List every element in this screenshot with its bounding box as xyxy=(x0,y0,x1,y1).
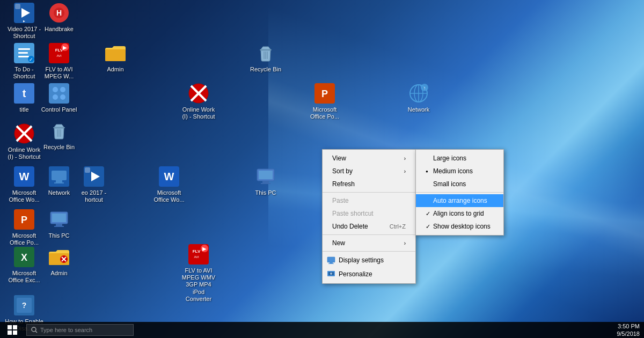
desktop-icon-this-pc2[interactable]: This PC xyxy=(38,207,80,241)
desktop-icon-network-top[interactable]: ↑ Network xyxy=(397,80,440,115)
svg-rect-61 xyxy=(259,171,273,179)
svg-rect-57 xyxy=(85,167,90,173)
desktop-icon-area: ▶ Video 2017 - Shortcut H Handbrake ✓ xyxy=(0,0,311,338)
start-button[interactable] xyxy=(0,322,24,338)
desktop-icon-handbrake[interactable]: H Handbrake xyxy=(38,0,80,35)
svg-text:P: P xyxy=(21,215,27,225)
menu-item-paste-shortcut[interactable]: Paste shortcut xyxy=(323,207,415,220)
svg-rect-2 xyxy=(15,4,20,9)
menu-separator-1 xyxy=(323,192,415,193)
submenu-auto-arrange[interactable]: Auto arrange icons xyxy=(416,194,503,207)
svg-text:X: X xyxy=(21,252,27,263)
svg-rect-26 xyxy=(49,83,69,104)
desktop-icon-flv-mpeg[interactable]: FLV AVI ▶ FLV to AVI MPEG W... xyxy=(38,40,80,82)
svg-text:FLV: FLV xyxy=(193,249,201,254)
desktop-icon-video2[interactable]: eo 2017 - hortcut xyxy=(72,164,115,205)
svg-point-94 xyxy=(32,327,36,332)
svg-text:✓: ✓ xyxy=(29,57,33,62)
context-menu-view-submenu: Large icons ● Medium icons Small icons A… xyxy=(415,149,504,236)
svg-text:W: W xyxy=(164,171,174,182)
svg-point-27 xyxy=(53,87,58,92)
desktop-icon-flv2[interactable]: FLV AVI ▶ FLV to AVI MPEG WMV 3GP MP4 iP… xyxy=(177,241,220,305)
svg-rect-93 xyxy=(13,330,17,335)
svg-point-28 xyxy=(60,87,65,92)
svg-text:t: t xyxy=(23,87,26,99)
svg-point-30 xyxy=(60,94,65,100)
desktop-icon-controlpanel[interactable]: Control Panel xyxy=(38,80,80,115)
context-menu: View › Sort by › Refresh Paste Paste sho… xyxy=(322,149,416,284)
svg-text:H: H xyxy=(56,9,62,17)
svg-text:▶: ▶ xyxy=(202,246,207,252)
submenu-separator xyxy=(416,192,503,193)
svg-rect-86 xyxy=(328,263,334,264)
menu-item-paste[interactable]: Paste xyxy=(323,194,415,207)
svg-text:AVI: AVI xyxy=(56,54,62,57)
submenu-large-icons[interactable]: Large icons xyxy=(416,152,503,165)
taskbar-right-area: 3:50 PM 9/5/2018 xyxy=(617,322,644,338)
menu-item-refresh[interactable]: Refresh xyxy=(323,178,415,190)
taskbar-clock: 3:50 PM 9/5/2018 xyxy=(617,322,640,338)
svg-text:▶: ▶ xyxy=(23,19,25,23)
menu-item-new[interactable]: New › xyxy=(323,237,415,249)
svg-text:W: W xyxy=(19,171,30,182)
svg-text:P: P xyxy=(321,89,328,99)
menu-item-sort-by[interactable]: Sort by › xyxy=(323,165,415,178)
context-menu-main: View › Sort by › Refresh Paste Paste sho… xyxy=(322,149,416,284)
submenu-align-grid[interactable]: ✓ Align icons to grid xyxy=(416,207,503,220)
svg-rect-62 xyxy=(262,181,269,183)
desktop-icon-recycle-top[interactable]: Recycle Bin xyxy=(244,40,287,75)
desktop-icon-recycle-bin2[interactable]: Recycle Bin xyxy=(38,118,80,153)
svg-rect-54 xyxy=(54,182,64,183)
svg-rect-18 xyxy=(105,49,126,61)
submenu-small-icons[interactable]: Small icons xyxy=(416,178,503,190)
svg-rect-67 xyxy=(52,214,66,222)
svg-rect-52 xyxy=(52,171,67,180)
svg-rect-68 xyxy=(56,224,62,226)
svg-rect-91 xyxy=(13,325,17,329)
desktop-icon-ms-word2[interactable]: W Microsoft Office Wo... xyxy=(148,164,191,205)
svg-rect-8 xyxy=(18,48,30,50)
menu-item-personalize[interactable]: Personalize xyxy=(323,267,415,281)
svg-rect-10 xyxy=(18,56,29,57)
svg-point-89 xyxy=(330,273,332,275)
taskbar-search-box[interactable]: Type here to search xyxy=(26,324,134,336)
desktop-icon-this-pc1[interactable]: This PC xyxy=(244,164,287,199)
desktop-icon-online-work[interactable]: Online Work (I) - Shortcut xyxy=(177,80,220,122)
svg-rect-9 xyxy=(18,52,28,54)
desktop-icon-admin1[interactable]: Admin xyxy=(94,40,137,75)
menu-item-display-settings[interactable]: Display settings xyxy=(323,253,415,267)
desktop-icon-admin2[interactable]: Admin xyxy=(38,244,80,279)
svg-rect-69 xyxy=(54,226,64,227)
svg-point-29 xyxy=(53,94,58,100)
svg-text:?: ? xyxy=(22,301,27,310)
svg-line-95 xyxy=(35,331,37,333)
submenu-medium-icons[interactable]: ● Medium icons xyxy=(416,165,503,178)
menu-separator-2 xyxy=(323,234,415,235)
desktop-icon-ms-office-po-top[interactable]: P Microsoft Office Po... xyxy=(303,80,346,122)
svg-rect-90 xyxy=(8,325,12,329)
svg-rect-63 xyxy=(261,183,270,184)
svg-rect-92 xyxy=(8,330,12,335)
svg-text:↑: ↑ xyxy=(423,85,426,91)
menu-item-undo-delete[interactable]: Undo Delete Ctrl+Z xyxy=(323,220,415,233)
svg-rect-85 xyxy=(330,262,333,263)
svg-rect-84 xyxy=(327,257,335,262)
svg-text:▶: ▶ xyxy=(63,45,67,50)
menu-item-view[interactable]: View › xyxy=(323,152,415,165)
submenu-show-desktop[interactable]: ✓ Show desktop icons xyxy=(416,220,503,233)
svg-text:AVI: AVI xyxy=(194,255,199,259)
menu-separator-3 xyxy=(323,251,415,252)
taskbar: Type here to search 3:50 PM 9/5/2018 xyxy=(0,322,644,338)
svg-rect-53 xyxy=(56,180,62,182)
